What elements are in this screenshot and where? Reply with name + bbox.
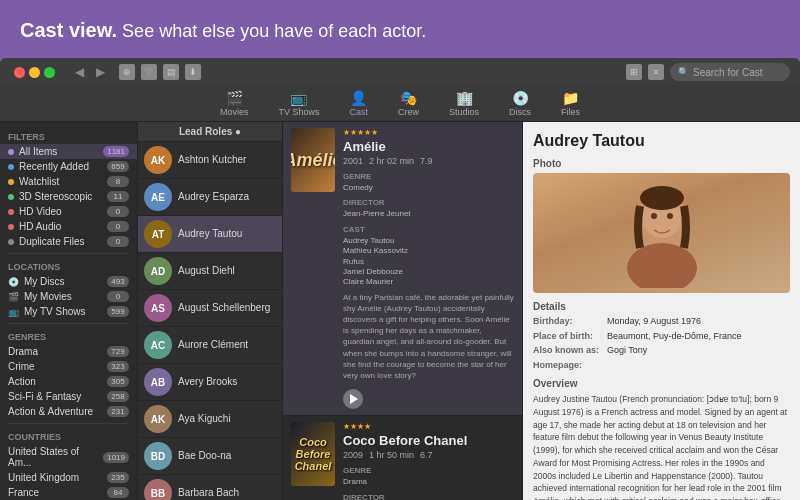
promo-text: Cast view. See what else you have of eac… [20,19,426,42]
amelie-director-label: DIRECTOR [343,198,514,207]
homepage-row: Homepage: [533,360,790,370]
amelie-play-icon [350,394,358,404]
cast-name-aya: Aya Kiguchi [178,413,231,425]
tv-icon: 📺 [290,90,307,106]
promo-banner: Cast view. See what else you have of eac… [0,0,800,58]
back-arrow[interactable]: ◀ [71,63,88,81]
coco-stars: ★★★★ [343,422,514,431]
alsoknown-val: Gogi Tony [607,345,647,357]
cast-item-barbara-bach[interactable]: BB Barbara Bach [138,475,282,500]
action-icon-1[interactable]: ⊕ [119,64,135,80]
coco-meta: 2009 1 hr 50 min 6.7 [343,450,514,460]
homepage-key: Homepage: [533,360,603,370]
sidebar-discs-label: My Discs [24,276,102,287]
cast-avatar-audreye: AE [144,183,172,211]
sidebar-crime-count: 323 [107,361,129,372]
amelie-play-button[interactable] [343,389,363,409]
cast-item-august-s[interactable]: AS August Schellenberg [138,290,282,327]
sidebar-usa-count: 1019 [103,452,129,463]
sidebar-dot-watch [8,179,14,185]
sidebar-item-hd-video[interactable]: HD Video 0 [0,204,137,219]
birthplace-key: Place of birth: [533,331,603,343]
close-button[interactable] [14,67,25,78]
tab-cast[interactable]: 👤 Cast [335,87,382,120]
birthplace-row: Place of birth: Beaumont, Puy-de-Dôme, F… [533,331,790,343]
sidebar-item-3d[interactable]: 3D Stereoscopic 11 [0,189,137,204]
sidebar-dot-recent [8,164,14,170]
cast-name-augustd: August Diehl [178,265,235,277]
forward-arrow[interactable]: ▶ [92,63,109,81]
amelie-director-val: Jean-Pierre Jeunet [343,209,411,219]
sidebar-item-crime[interactable]: Crime 323 [0,359,137,374]
sidebar-item-action[interactable]: Action 305 [0,374,137,389]
cast-item-audrey-t[interactable]: AT Audrey Tautou [138,216,282,253]
studios-icon: 🏢 [456,90,473,106]
cast-item-aurore[interactable]: AC Aurore Clément [138,327,282,364]
amelie-meta: 2001 2 hr 02 min 7.9 [343,156,514,166]
tab-movies[interactable]: 🎬 Movies [206,87,263,120]
cast-avatar-bae: BD [144,442,172,470]
actor-name-title: Audrey Tautou [533,132,790,150]
sidebar-item-hd-audio[interactable]: HD Audio 0 [0,219,137,234]
sidebar-drama-label: Drama [8,346,102,357]
sidebar-item-actionadv[interactable]: Action & Adventure 231 [0,404,137,419]
amelie-genre-label: GENRE [343,172,514,181]
cast-item-avery[interactable]: AB Avery Brooks [138,364,282,401]
tab-discs[interactable]: 💿 Discs [495,87,545,120]
sidebar-item-france[interactable]: France 84 [0,485,137,500]
sidebar-item-dup[interactable]: Duplicate Files 0 [0,234,137,249]
movie-item-coco[interactable]: Coco Before Chanel ★★★★ Coco Before Chan… [283,416,522,500]
maximize-button[interactable] [44,67,55,78]
discs-icon: 💿 [512,90,529,106]
sidebar-discs-count: 493 [107,276,129,287]
sidebar-item-discs[interactable]: 💿 My Discs 493 [0,274,137,289]
tab-files[interactable]: 📁 Files [547,87,594,120]
sidebar-divider-2 [8,323,129,324]
tab-files-label: Files [561,107,580,117]
movie-item-amelie[interactable]: Amélie ★★★★★ Amélie 2001 2 hr 02 min 7.9… [283,122,522,416]
minimize-button[interactable] [29,67,40,78]
sidebar-divider-1 [8,253,129,254]
filters-label: Filters [0,128,137,144]
cast-item-bae[interactable]: BD Bae Doo-na [138,438,282,475]
countries-label: Countries [0,428,137,444]
action-icon-2[interactable]: ♡ [141,64,157,80]
tab-tv[interactable]: 📺 TV Shows [264,87,333,120]
locations-label: Locations [0,258,137,274]
cast-item-ashton[interactable]: AK Ashton Kutcher [138,142,282,179]
amelie-rating: 7.9 [420,156,433,166]
sidebar-item-scifi[interactable]: Sci-Fi & Fantasy 258 [0,389,137,404]
cast-name-ashton: Ashton Kutcher [178,154,246,166]
sidebar-item-all[interactable]: All Items 1181 [0,144,137,159]
cast-item-august-d[interactable]: AD August Diehl [138,253,282,290]
cast-item-audrey-e[interactable]: AE Audrey Esparza [138,179,282,216]
sidebar-dot-3d [8,194,14,200]
action-icon-4[interactable]: ⬇ [185,64,201,80]
cast-item-aya[interactable]: AK Aya Kiguchi [138,401,282,438]
tab-crew[interactable]: 🎭 Crew [384,87,433,120]
sidebar-item-mymovies[interactable]: 🎬 My Movies 0 [0,289,137,304]
search-bar[interactable]: 🔍 Search for Cast [670,63,790,81]
sidebar-all-label: All Items [19,146,98,157]
filter-icon[interactable]: ⊞ [626,64,642,80]
coco-info: ★★★★ Coco Before Chanel 2009 1 hr 50 min… [343,422,514,500]
sidebar-usa-label: United States of Am... [8,446,98,468]
svg-point-4 [667,213,673,219]
sidebar-item-uk[interactable]: United Kingdom 235 [0,470,137,485]
sidebar-item-watchlist[interactable]: Watchlist 8 [0,174,137,189]
window-controls [14,67,55,78]
coco-genre-val: Drama [343,477,514,487]
tab-studios[interactable]: 🏢 Studios [435,87,493,120]
movies-icon: 🎬 [226,90,243,106]
action-icon-3[interactable]: ▤ [163,64,179,80]
sort-icon[interactable]: ≡ [648,64,664,80]
cast-icon: 👤 [350,90,367,106]
sidebar-item-recent[interactable]: Recently Added 659 [0,159,137,174]
cast-name-augusts: August Schellenberg [178,302,270,314]
sidebar-item-drama[interactable]: Drama 729 [0,344,137,359]
sidebar-item-mytv[interactable]: 📺 My TV Shows 599 [0,304,137,319]
sidebar-item-usa[interactable]: United States of Am... 1019 [0,444,137,470]
tab-studios-label: Studios [449,107,479,117]
sidebar-hdv-count: 0 [107,206,129,217]
coco-director-label: DIRECTOR [343,493,514,500]
